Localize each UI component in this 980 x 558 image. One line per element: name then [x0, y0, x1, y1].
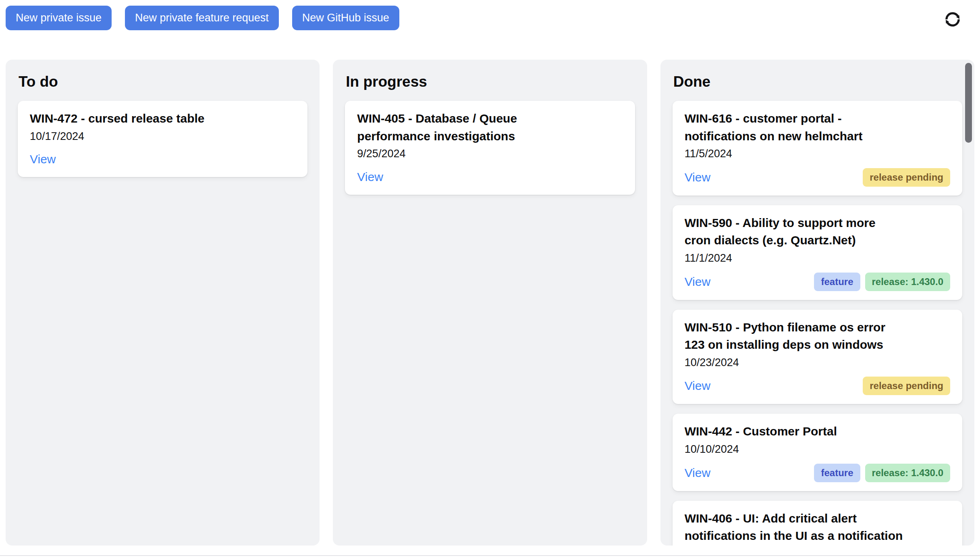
- new-private-feature-request-button[interactable]: New private feature request: [125, 6, 279, 30]
- new-private-issue-button[interactable]: New private issue: [6, 6, 112, 30]
- toolbar: New private issue New private feature re…: [0, 0, 980, 30]
- view-link[interactable]: View: [357, 170, 383, 184]
- issue-card-win-405[interactable]: WIN-405 - Database / Queue performance i…: [345, 101, 635, 195]
- issue-date: 10/17/2024: [30, 129, 295, 144]
- issue-title: WIN-590 - Ability to support more cron d…: [685, 214, 902, 249]
- column-title-in-progress: In progress: [346, 73, 635, 90]
- new-github-issue-button[interactable]: New GitHub issue: [292, 6, 399, 30]
- kanban-board: To do WIN-472 - cursed release table 10/…: [0, 60, 980, 546]
- badge-list: feature release: 1.430.0: [814, 273, 950, 291]
- issue-title: WIN-442 - Customer Portal: [685, 423, 902, 440]
- card-footer: View feature release: 1.430.0: [685, 464, 950, 482]
- done-column-scrollbar-thumb[interactable]: [965, 63, 972, 143]
- issue-card-win-406[interactable]: WIN-406 - UI: Add critical alert notific…: [673, 501, 962, 546]
- column-title-done: Done: [673, 73, 962, 90]
- release-version-badge: release: 1.430.0: [865, 273, 950, 291]
- issue-title: WIN-472 - cursed release table: [30, 110, 247, 127]
- view-link[interactable]: View: [30, 152, 56, 166]
- issue-card-win-442[interactable]: WIN-442 - Customer Portal 10/10/2024 Vie…: [673, 414, 962, 491]
- issue-date: 10/10/2024: [685, 442, 950, 457]
- badge-list: feature release: 1.430.0: [814, 464, 950, 482]
- issue-title: WIN-616 - customer portal - notification…: [685, 110, 902, 145]
- release-pending-badge: release pending: [863, 168, 950, 187]
- refresh-icon: [942, 9, 963, 30]
- issue-title: WIN-510 - Python filename os error 123 o…: [685, 319, 902, 354]
- card-footer: View release pending: [685, 168, 950, 187]
- card-footer: View: [357, 168, 623, 186]
- view-link[interactable]: View: [685, 171, 710, 184]
- card-footer: View release pending: [685, 377, 950, 395]
- bottom-divider: [0, 555, 980, 556]
- column-title-todo: To do: [19, 73, 307, 90]
- column-done: Done WIN-616 - customer portal - notific…: [660, 60, 974, 546]
- view-link[interactable]: View: [685, 275, 710, 289]
- issue-date: 10/23/2024: [685, 355, 950, 371]
- card-footer: View feature release: 1.430.0: [685, 273, 950, 291]
- column-todo: To do WIN-472 - cursed release table 10/…: [6, 60, 320, 546]
- issue-date: 9/25/2024: [357, 146, 623, 162]
- badge-list: release pending: [863, 377, 950, 395]
- release-version-badge: release: 1.430.0: [865, 464, 950, 482]
- column-in-progress: In progress WIN-405 - Database / Queue p…: [333, 60, 647, 546]
- view-link[interactable]: View: [685, 466, 710, 480]
- view-link[interactable]: View: [685, 379, 710, 393]
- issue-title: WIN-405 - Database / Queue performance i…: [357, 110, 575, 145]
- badge-list: release pending: [863, 168, 950, 187]
- issue-date: 11/1/2024: [685, 251, 950, 266]
- card-footer: View: [30, 150, 295, 168]
- feature-badge: feature: [814, 464, 860, 482]
- issue-card-win-616[interactable]: WIN-616 - customer portal - notification…: [673, 101, 962, 196]
- feature-badge: feature: [814, 273, 860, 291]
- issue-date: 11/5/2024: [685, 146, 950, 162]
- issue-card-win-472[interactable]: WIN-472 - cursed release table 10/17/202…: [18, 101, 307, 177]
- issue-card-win-510[interactable]: WIN-510 - Python filename os error 123 o…: [673, 310, 962, 404]
- refresh-button[interactable]: [942, 9, 963, 30]
- release-pending-badge: release pending: [863, 377, 950, 395]
- issue-title: WIN-406 - UI: Add critical alert notific…: [685, 510, 910, 545]
- issue-card-win-590[interactable]: WIN-590 - Ability to support more cron d…: [673, 205, 962, 300]
